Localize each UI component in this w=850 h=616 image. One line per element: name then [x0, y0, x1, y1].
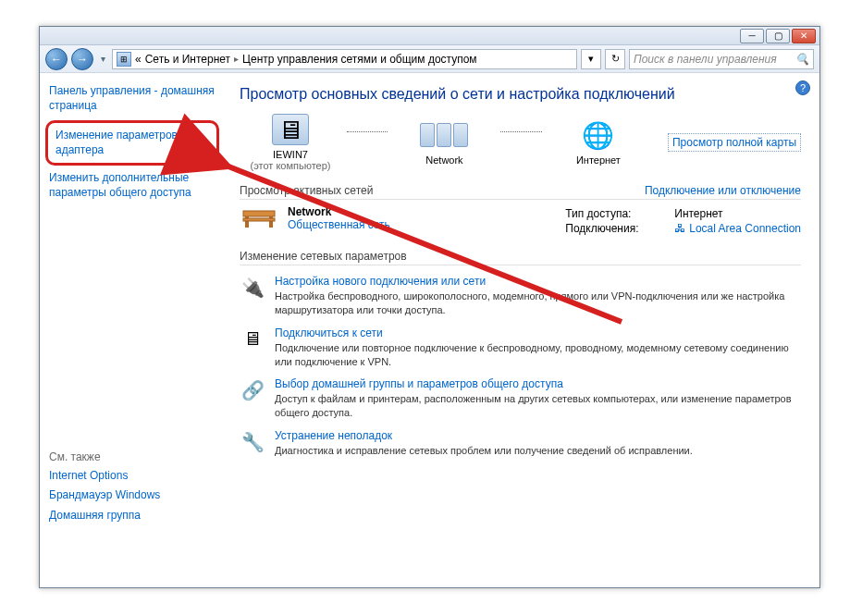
- opt-new-connection[interactable]: 🔌 Настройка нового подключения или сети …: [240, 275, 801, 317]
- opt-connect[interactable]: 🖥 Подключиться к сети Подключение или по…: [240, 326, 801, 369]
- map-connector: [500, 131, 541, 132]
- new-connection-icon: 🔌: [240, 275, 265, 301]
- network-entry: Network Общественная сеть: [240, 205, 548, 231]
- sidebar-adapter-settings-link[interactable]: Изменение параметров адаптера: [55, 129, 209, 157]
- section-active-networks: Просмотр активных сетей Подключение или …: [240, 184, 801, 200]
- breadcrumb[interactable]: ⊞ « Сеть и Интернет ▸ Центр управления с…: [112, 49, 577, 69]
- window: ─ ▢ ✕ ← → ▾ ⊞ « Сеть и Интернет ▸ Центр …: [39, 26, 820, 588]
- opt-title: Устранение неполадок: [275, 429, 693, 442]
- svg-rect-0: [243, 211, 275, 216]
- back-button[interactable]: ←: [45, 48, 68, 70]
- highlight-annotation: Изменение параметров адаптера: [45, 120, 219, 166]
- sidebar: Панель управления - домашняя страница Из…: [40, 73, 225, 587]
- content: Панель управления - домашняя страница Из…: [40, 73, 819, 587]
- breadcrumb-part[interactable]: Сеть и Интернет: [145, 53, 230, 66]
- nav-history-dropdown[interactable]: ▾: [97, 54, 108, 64]
- search-placeholder: Поиск в панели управления: [634, 53, 777, 66]
- view-full-map-link[interactable]: Просмотр полной карты: [668, 133, 801, 152]
- opt-troubleshoot[interactable]: 🔧 Устранение неполадок Диагностика и исп…: [240, 429, 801, 458]
- map-node-this-pc: 🖥 IEWIN7 (этот компьютер): [240, 114, 341, 171]
- network-options: 🔌 Настройка нового подключения или сети …: [240, 275, 801, 458]
- see-also-label: См. также: [49, 450, 216, 463]
- breadcrumb-part[interactable]: Центр управления сетями и общим доступом: [242, 53, 477, 66]
- connections-label: Подключения:: [565, 222, 658, 235]
- network-category-link[interactable]: Общественная сеть: [288, 218, 390, 231]
- map-node-network: Network: [393, 119, 495, 166]
- address-bar: ← → ▾ ⊞ « Сеть и Интернет ▸ Центр управл…: [40, 45, 819, 73]
- section-change-settings: Изменение сетевых параметров: [240, 250, 801, 265]
- breadcrumb-dropdown[interactable]: ▾: [581, 49, 601, 69]
- bench-icon: [240, 205, 278, 231]
- see-also-internet-options[interactable]: Internet Options: [49, 469, 216, 484]
- opt-desc: Доступ к файлам и принтерам, расположенн…: [275, 392, 801, 420]
- section-label-text: Изменение сетевых параметров: [240, 250, 407, 263]
- map-node-label: IEWIN7: [240, 149, 341, 160]
- opt-homegroup[interactable]: 🔗 Выбор домашней группы и параметров общ…: [240, 377, 801, 420]
- forward-button[interactable]: →: [71, 48, 93, 70]
- search-input[interactable]: Поиск в панели управления 🔍: [629, 49, 814, 69]
- sidebar-home-link[interactable]: Панель управления - домашняя страница: [49, 84, 216, 113]
- titlebar: ─ ▢ ✕: [40, 27, 819, 45]
- maximize-button[interactable]: ▢: [766, 29, 790, 43]
- sidebar-sharing-settings-link[interactable]: Изменить дополнительные параметры общего…: [49, 171, 216, 200]
- main-panel: ? Просмотр основных сведений о сети и на…: [225, 73, 819, 587]
- opt-title: Выбор домашней группы и параметров общег…: [275, 377, 801, 390]
- homegroup-icon: 🔗: [240, 377, 265, 403]
- connection-name: Local Area Connection: [689, 222, 801, 235]
- minimize-button[interactable]: ─: [740, 29, 764, 43]
- globe-icon: 🌐: [580, 119, 617, 151]
- computer-icon: 🖥: [272, 114, 309, 145]
- map-connector: [347, 131, 388, 132]
- see-also-homegroup[interactable]: Домашняя группа: [49, 509, 216, 524]
- control-panel-icon: ⊞: [117, 52, 131, 67]
- opt-title: Подключиться к сети: [275, 326, 801, 339]
- network-name: Network: [288, 205, 390, 218]
- opt-desc: Настройка беспроводного, широкополосного…: [275, 290, 801, 317]
- opt-title: Настройка нового подключения или сети: [275, 275, 801, 288]
- close-button[interactable]: ✕: [792, 29, 816, 43]
- opt-desc: Диагностика и исправление сетевых пробле…: [275, 444, 693, 458]
- section-label-text: Просмотр активных сетей: [240, 184, 373, 197]
- page-title: Просмотр основных сведений о сети и наст…: [240, 86, 801, 103]
- map-node-internet: 🌐 Интернет: [548, 119, 649, 166]
- network-details: Тип доступа: Интернет Подключения: 🖧 Loc…: [565, 205, 801, 237]
- chevron-right-icon: ▸: [234, 54, 239, 64]
- active-network-row: Network Общественная сеть Тип доступа: И…: [240, 205, 801, 237]
- svg-rect-3: [243, 218, 275, 221]
- access-type-label: Тип доступа:: [565, 207, 658, 220]
- map-node-sublabel: (этот компьютер): [240, 160, 341, 171]
- help-icon[interactable]: ?: [795, 80, 810, 95]
- map-node-label: Network: [393, 154, 495, 166]
- network-icon: [425, 119, 462, 151]
- breadcrumb-prefix: «: [135, 53, 142, 66]
- refresh-button[interactable]: ↻: [605, 49, 625, 69]
- network-map: 🖥 IEWIN7 (этот компьютер) Network 🌐 Инте…: [240, 114, 801, 171]
- connect-icon: 🖥: [240, 326, 265, 352]
- connect-disconnect-link[interactable]: Подключение или отключение: [645, 184, 801, 197]
- ethernet-icon: 🖧: [674, 222, 685, 235]
- see-also: См. также Internet Options Брандмауэр Wi…: [49, 450, 216, 524]
- search-icon: 🔍: [795, 53, 809, 66]
- connection-link[interactable]: 🖧 Local Area Connection: [674, 222, 801, 235]
- map-node-label: Интернет: [548, 154, 649, 166]
- see-also-firewall[interactable]: Брандмауэр Windows: [49, 488, 216, 503]
- troubleshoot-icon: 🔧: [240, 429, 265, 455]
- access-type-value: Интернет: [674, 207, 722, 220]
- opt-desc: Подключение или повторное подключение к …: [275, 341, 801, 369]
